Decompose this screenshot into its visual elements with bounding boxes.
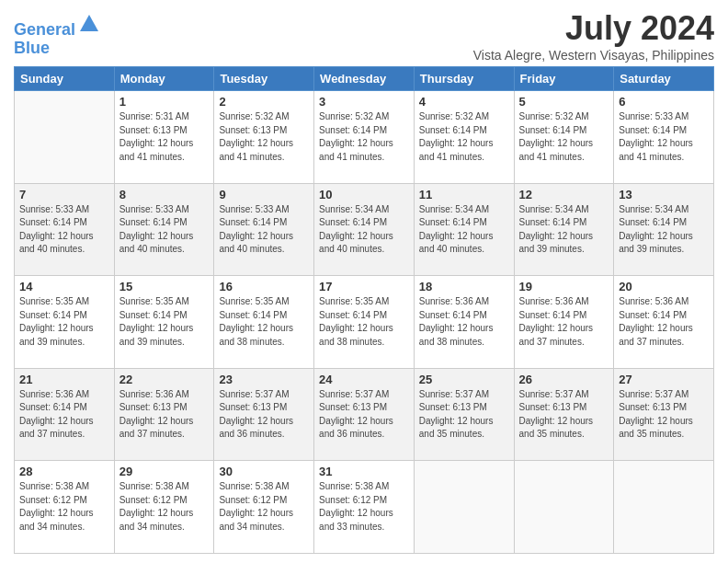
table-row: 16Sunrise: 5:35 AMSunset: 6:14 PMDayligh… bbox=[214, 276, 314, 369]
table-row: 20Sunrise: 5:36 AMSunset: 6:14 PMDayligh… bbox=[614, 276, 714, 369]
day-info: Sunrise: 5:37 AMSunset: 6:13 PMDaylight:… bbox=[319, 388, 409, 442]
day-number: 2 bbox=[219, 95, 309, 109]
day-number: 4 bbox=[419, 95, 509, 109]
day-number: 7 bbox=[19, 188, 109, 201]
logo-triangle-icon bbox=[78, 13, 100, 35]
day-number: 21 bbox=[19, 373, 109, 386]
day-info: Sunrise: 5:37 AMSunset: 6:13 PMDaylight:… bbox=[519, 388, 609, 442]
day-info: Sunrise: 5:32 AMSunset: 6:13 PMDaylight:… bbox=[219, 110, 309, 164]
day-number: 13 bbox=[619, 188, 709, 201]
table-row: 19Sunrise: 5:36 AMSunset: 6:14 PMDayligh… bbox=[514, 276, 614, 369]
table-row bbox=[414, 461, 514, 554]
table-row: 8Sunrise: 5:33 AMSunset: 6:14 PMDaylight… bbox=[114, 183, 214, 276]
logo: General Blue bbox=[14, 13, 100, 58]
location: Vista Alegre, Western Visayas, Philippin… bbox=[473, 48, 714, 63]
day-number: 11 bbox=[419, 188, 509, 201]
col-monday: Monday bbox=[114, 67, 214, 91]
day-number: 25 bbox=[419, 373, 509, 386]
table-row: 30Sunrise: 5:38 AMSunset: 6:12 PMDayligh… bbox=[214, 461, 314, 554]
table-row: 4Sunrise: 5:32 AMSunset: 6:14 PMDaylight… bbox=[414, 91, 514, 184]
day-info: Sunrise: 5:36 AMSunset: 6:14 PMDaylight:… bbox=[419, 295, 509, 349]
day-number: 20 bbox=[619, 280, 709, 293]
day-number: 30 bbox=[219, 465, 309, 478]
day-info: Sunrise: 5:35 AMSunset: 6:14 PMDaylight:… bbox=[219, 295, 309, 349]
day-info: Sunrise: 5:36 AMSunset: 6:14 PMDaylight:… bbox=[519, 295, 609, 349]
col-tuesday: Tuesday bbox=[214, 67, 314, 91]
day-number: 16 bbox=[219, 280, 309, 293]
table-row: 2Sunrise: 5:32 AMSunset: 6:13 PMDaylight… bbox=[214, 91, 314, 184]
day-info: Sunrise: 5:36 AMSunset: 6:14 PMDaylight:… bbox=[619, 295, 709, 349]
table-row bbox=[15, 91, 115, 184]
table-row: 1Sunrise: 5:31 AMSunset: 6:13 PMDaylight… bbox=[114, 91, 214, 184]
table-row bbox=[614, 461, 714, 554]
table-row: 7Sunrise: 5:33 AMSunset: 6:14 PMDaylight… bbox=[15, 183, 115, 276]
table-row: 13Sunrise: 5:34 AMSunset: 6:14 PMDayligh… bbox=[614, 183, 714, 276]
col-friday: Friday bbox=[514, 67, 614, 91]
day-info: Sunrise: 5:33 AMSunset: 6:14 PMDaylight:… bbox=[19, 203, 109, 257]
day-number: 27 bbox=[619, 373, 709, 386]
calendar-week-row: 28Sunrise: 5:38 AMSunset: 6:12 PMDayligh… bbox=[15, 461, 714, 554]
day-info: Sunrise: 5:34 AMSunset: 6:14 PMDaylight:… bbox=[319, 203, 409, 257]
day-info: Sunrise: 5:37 AMSunset: 6:13 PMDaylight:… bbox=[219, 388, 309, 442]
table-row: 29Sunrise: 5:38 AMSunset: 6:12 PMDayligh… bbox=[114, 461, 214, 554]
table-row: 9Sunrise: 5:33 AMSunset: 6:14 PMDaylight… bbox=[214, 183, 314, 276]
table-row: 15Sunrise: 5:35 AMSunset: 6:14 PMDayligh… bbox=[114, 276, 214, 369]
table-row: 22Sunrise: 5:36 AMSunset: 6:13 PMDayligh… bbox=[114, 368, 214, 461]
table-row: 18Sunrise: 5:36 AMSunset: 6:14 PMDayligh… bbox=[414, 276, 514, 369]
day-info: Sunrise: 5:33 AMSunset: 6:14 PMDaylight:… bbox=[619, 110, 709, 164]
logo-text: General bbox=[14, 13, 100, 40]
day-info: Sunrise: 5:32 AMSunset: 6:14 PMDaylight:… bbox=[319, 110, 409, 164]
day-info: Sunrise: 5:32 AMSunset: 6:14 PMDaylight:… bbox=[419, 110, 509, 164]
day-number: 18 bbox=[419, 280, 509, 293]
day-number: 5 bbox=[519, 95, 609, 109]
page: General Blue July 2024 Vista Alegre, Wes… bbox=[0, 0, 728, 563]
logo-line1: General bbox=[14, 20, 75, 39]
table-row: 26Sunrise: 5:37 AMSunset: 6:13 PMDayligh… bbox=[514, 368, 614, 461]
day-info: Sunrise: 5:38 AMSunset: 6:12 PMDaylight:… bbox=[119, 480, 210, 534]
day-number: 26 bbox=[519, 373, 609, 386]
calendar-week-row: 14Sunrise: 5:35 AMSunset: 6:14 PMDayligh… bbox=[15, 276, 714, 369]
day-info: Sunrise: 5:36 AMSunset: 6:14 PMDaylight:… bbox=[19, 388, 109, 442]
day-number: 10 bbox=[319, 188, 409, 201]
day-info: Sunrise: 5:38 AMSunset: 6:12 PMDaylight:… bbox=[219, 480, 309, 534]
table-row: 10Sunrise: 5:34 AMSunset: 6:14 PMDayligh… bbox=[314, 183, 415, 276]
svg-marker-0 bbox=[80, 15, 98, 31]
col-wednesday: Wednesday bbox=[314, 67, 415, 91]
day-info: Sunrise: 5:31 AMSunset: 6:13 PMDaylight:… bbox=[119, 110, 210, 164]
calendar-week-row: 1Sunrise: 5:31 AMSunset: 6:13 PMDaylight… bbox=[15, 91, 714, 184]
day-info: Sunrise: 5:35 AMSunset: 6:14 PMDaylight:… bbox=[19, 295, 109, 349]
calendar-week-row: 7Sunrise: 5:33 AMSunset: 6:14 PMDaylight… bbox=[15, 183, 714, 276]
day-number: 23 bbox=[219, 373, 309, 386]
day-number: 22 bbox=[119, 373, 210, 386]
month-year: July 2024 bbox=[473, 9, 714, 48]
col-sunday: Sunday bbox=[15, 67, 115, 91]
day-number: 24 bbox=[319, 373, 409, 386]
calendar-header-row: Sunday Monday Tuesday Wednesday Thursday… bbox=[15, 67, 714, 91]
day-info: Sunrise: 5:37 AMSunset: 6:13 PMDaylight:… bbox=[419, 388, 509, 442]
day-number: 15 bbox=[119, 280, 210, 293]
day-number: 31 bbox=[319, 465, 409, 478]
table-row: 14Sunrise: 5:35 AMSunset: 6:14 PMDayligh… bbox=[15, 276, 115, 369]
day-number: 29 bbox=[119, 465, 210, 478]
col-thursday: Thursday bbox=[414, 67, 514, 91]
table-row: 23Sunrise: 5:37 AMSunset: 6:13 PMDayligh… bbox=[214, 368, 314, 461]
day-number: 6 bbox=[619, 95, 709, 109]
day-info: Sunrise: 5:38 AMSunset: 6:12 PMDaylight:… bbox=[319, 480, 409, 534]
day-info: Sunrise: 5:35 AMSunset: 6:14 PMDaylight:… bbox=[119, 295, 210, 349]
table-row: 17Sunrise: 5:35 AMSunset: 6:14 PMDayligh… bbox=[314, 276, 415, 369]
day-info: Sunrise: 5:36 AMSunset: 6:13 PMDaylight:… bbox=[119, 388, 210, 442]
table-row: 11Sunrise: 5:34 AMSunset: 6:14 PMDayligh… bbox=[414, 183, 514, 276]
day-number: 28 bbox=[19, 465, 109, 478]
day-info: Sunrise: 5:33 AMSunset: 6:14 PMDaylight:… bbox=[119, 203, 210, 257]
calendar-table: Sunday Monday Tuesday Wednesday Thursday… bbox=[14, 66, 714, 554]
day-number: 19 bbox=[519, 280, 609, 293]
day-number: 9 bbox=[219, 188, 309, 201]
table-row: 28Sunrise: 5:38 AMSunset: 6:12 PMDayligh… bbox=[15, 461, 115, 554]
table-row: 12Sunrise: 5:34 AMSunset: 6:14 PMDayligh… bbox=[514, 183, 614, 276]
day-info: Sunrise: 5:35 AMSunset: 6:14 PMDaylight:… bbox=[319, 295, 409, 349]
day-info: Sunrise: 5:32 AMSunset: 6:14 PMDaylight:… bbox=[519, 110, 609, 164]
day-number: 14 bbox=[19, 280, 109, 293]
table-row bbox=[514, 461, 614, 554]
day-info: Sunrise: 5:34 AMSunset: 6:14 PMDaylight:… bbox=[419, 203, 509, 257]
day-info: Sunrise: 5:34 AMSunset: 6:14 PMDaylight:… bbox=[519, 203, 609, 257]
